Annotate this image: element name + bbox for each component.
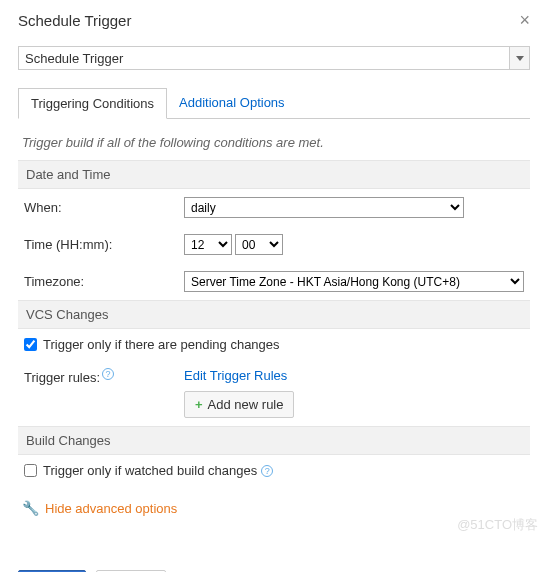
watermark: @51CTO博客 bbox=[457, 516, 538, 534]
edit-trigger-rules-link[interactable]: Edit Trigger Rules bbox=[184, 368, 287, 383]
dialog-footer: Save Cancel bbox=[0, 558, 548, 572]
section-datetime: Date and Time bbox=[18, 160, 530, 189]
timezone-select[interactable]: Server Time Zone - HKT Asia/Hong Kong (U… bbox=[184, 271, 524, 292]
minute-select[interactable]: 00 bbox=[235, 234, 283, 255]
close-icon[interactable]: × bbox=[519, 10, 530, 31]
when-label: When: bbox=[24, 200, 184, 215]
tab-triggering-conditions[interactable]: Triggering Conditions bbox=[18, 88, 167, 119]
timezone-label: Timezone: bbox=[24, 274, 184, 289]
help-icon[interactable]: ? bbox=[102, 368, 114, 380]
section-vcs: VCS Changes bbox=[18, 300, 530, 329]
trigger-type-select[interactable]: Schedule Trigger bbox=[18, 46, 530, 70]
dialog-title: Schedule Trigger bbox=[18, 12, 131, 29]
pending-changes-checkbox[interactable] bbox=[24, 338, 37, 351]
time-label: Time (HH:mm): bbox=[24, 237, 184, 252]
watched-build-label: Trigger only if watched build changes bbox=[43, 463, 257, 478]
section-build: Build Changes bbox=[18, 426, 530, 455]
tabs: Triggering Conditions Additional Options bbox=[18, 88, 530, 119]
help-icon[interactable]: ? bbox=[261, 465, 273, 477]
trigger-rules-label: Trigger rules:? bbox=[24, 368, 184, 385]
intro-text: Trigger build if all of the following co… bbox=[18, 129, 530, 160]
plus-icon: + bbox=[195, 397, 203, 412]
dialog-header: Schedule Trigger × bbox=[18, 10, 530, 31]
pending-changes-label: Trigger only if there are pending change… bbox=[43, 337, 280, 352]
hour-select[interactable]: 12 bbox=[184, 234, 232, 255]
trigger-type-value: Schedule Trigger bbox=[25, 51, 123, 66]
chevron-down-icon bbox=[509, 47, 529, 69]
when-select[interactable]: daily bbox=[184, 197, 464, 218]
wrench-icon: 🔧 bbox=[22, 500, 39, 516]
add-new-rule-button[interactable]: + Add new rule bbox=[184, 391, 294, 418]
tab-additional-options[interactable]: Additional Options bbox=[167, 88, 297, 118]
hide-advanced-options-link[interactable]: 🔧 Hide advanced options bbox=[18, 486, 530, 530]
watched-build-checkbox[interactable] bbox=[24, 464, 37, 477]
